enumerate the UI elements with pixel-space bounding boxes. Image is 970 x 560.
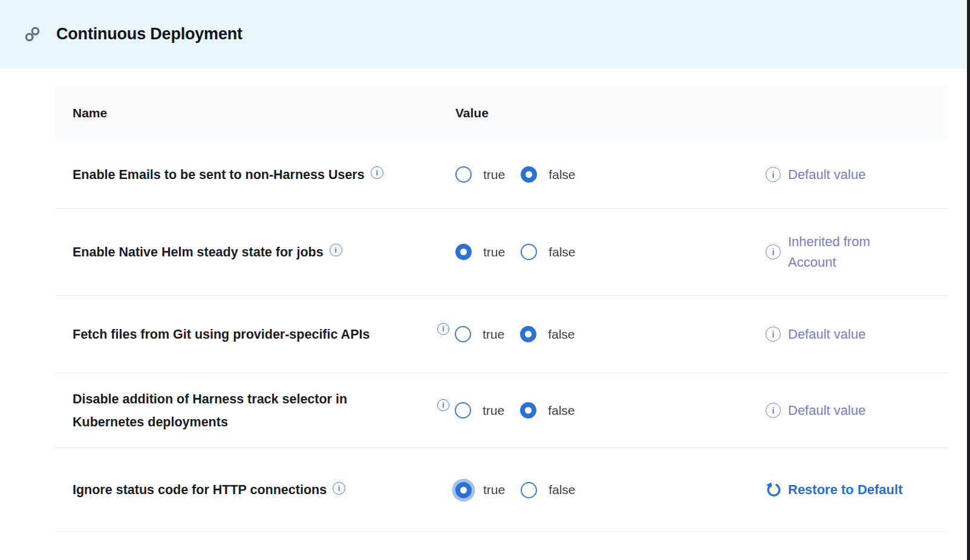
radio-true[interactable] <box>455 326 471 342</box>
column-header-name: Name <box>73 106 455 120</box>
info-icon[interactable]: i <box>371 166 383 179</box>
setting-name: Enable Native Helm steady state for jobs <box>73 241 324 264</box>
radio-false-label[interactable]: false <box>548 168 575 182</box>
radio-true-label[interactable]: true <box>483 245 505 259</box>
table-row: Fetch files from Git using provider-spec… <box>54 296 948 373</box>
setting-name-cell: Enable Native Helm steady state for jobs… <box>73 241 455 264</box>
status-label: Default value <box>788 324 865 345</box>
chain-link-icon <box>24 26 41 42</box>
info-icon[interactable]: i <box>333 482 345 495</box>
info-icon[interactable]: i <box>330 244 342 256</box>
radio-true-label[interactable]: true <box>483 168 505 182</box>
radio-false-label[interactable]: false <box>548 327 575 342</box>
setting-value-cell: i true false <box>455 402 759 418</box>
setting-name-cell: Fetch files from Git using provider-spec… <box>73 323 455 346</box>
setting-status-cell: i Restore to Default <box>759 480 948 500</box>
radio-false-label[interactable]: false <box>548 245 575 259</box>
setting-value-cell: i true false <box>455 244 759 260</box>
radio-true[interactable] <box>455 244 472 260</box>
table-header-row: Name Value <box>54 85 948 141</box>
radio-false-label[interactable]: false <box>548 403 575 418</box>
restore-icon[interactable] <box>766 482 782 498</box>
radio-false-label[interactable]: false <box>548 483 575 497</box>
radio-false[interactable] <box>521 482 537 498</box>
radio-false[interactable] <box>520 326 536 342</box>
info-icon[interactable]: i <box>766 167 781 182</box>
setting-name-cell: Ignore status code for HTTP connections … <box>73 478 455 501</box>
setting-status-cell: i Default value <box>759 164 948 185</box>
table-row: Disable addition of Harness track select… <box>54 373 948 448</box>
setting-status-cell: i Inherited from Account <box>759 232 948 273</box>
setting-name: Ignore status code for HTTP connections <box>73 478 327 501</box>
setting-status-cell: i Default value <box>759 400 948 421</box>
radio-true[interactable] <box>455 482 472 498</box>
setting-name-cell: Disable addition of Harness track select… <box>73 388 455 434</box>
setting-value-cell: i true false <box>455 166 759 183</box>
table-row: Ignore status code for HTTP connections … <box>54 448 948 532</box>
info-icon[interactable]: i <box>437 323 449 335</box>
status-label: Restore to Default <box>788 480 902 500</box>
info-icon[interactable]: i <box>766 327 781 342</box>
radio-false[interactable] <box>521 244 537 260</box>
table-body: Enable Emails to be sent to non-Harness … <box>54 141 948 532</box>
info-icon[interactable]: i <box>766 403 781 418</box>
setting-value-cell: i true false <box>455 326 759 342</box>
settings-table: Name Value Enable Emails to be sent to n… <box>54 85 948 532</box>
radio-true-label[interactable]: true <box>483 403 504 418</box>
column-header-value: Value <box>455 106 759 120</box>
status-label: Default value <box>788 164 865 185</box>
radio-true-label[interactable]: true <box>483 327 504 342</box>
status-label: Inherited from Account <box>788 232 912 273</box>
setting-status-cell: i Default value <box>759 324 948 345</box>
info-icon[interactable]: i <box>766 244 781 259</box>
radio-false[interactable] <box>521 166 537 183</box>
setting-name: Disable addition of Harness track select… <box>73 388 387 434</box>
section-header: Continuous Deployment <box>0 0 970 68</box>
setting-name-cell: Enable Emails to be sent to non-Harness … <box>73 163 455 186</box>
radio-true[interactable] <box>455 166 472 183</box>
table-row: Enable Native Helm steady state for jobs… <box>54 209 948 296</box>
settings-page: Continuous Deployment Name Value Enable … <box>0 0 970 532</box>
setting-name: Fetch files from Git using provider-spec… <box>73 323 369 346</box>
setting-name: Enable Emails to be sent to non-Harness … <box>73 163 365 186</box>
radio-true-label[interactable]: true <box>483 483 505 497</box>
table-row: Enable Emails to be sent to non-Harness … <box>54 141 948 209</box>
setting-value-cell: i true false <box>455 482 759 498</box>
info-icon[interactable]: i <box>437 399 449 411</box>
section-title: Continuous Deployment <box>56 25 242 44</box>
radio-true[interactable] <box>455 402 471 418</box>
radio-false[interactable] <box>520 402 536 418</box>
status-label: Default value <box>788 400 865 421</box>
screenshot-dark-edge <box>967 0 970 560</box>
